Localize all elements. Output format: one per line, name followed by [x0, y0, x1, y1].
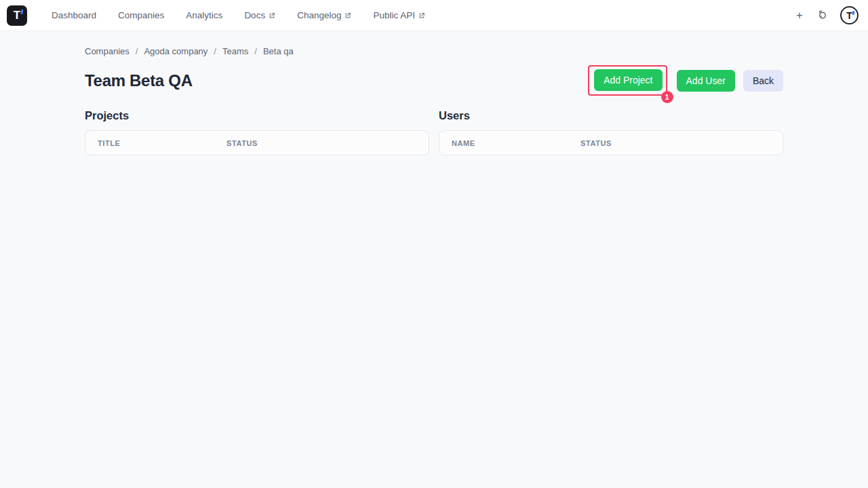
nav-item-docs[interactable]: Docs — [233, 0, 286, 31]
back-button[interactable]: Back — [743, 70, 783, 92]
main-content: Companies / Agoda company / Teams / Beta… — [85, 31, 783, 155]
projects-heading: Projects — [85, 109, 429, 122]
avatar-letter: T — [846, 11, 852, 20]
projects-column-title: Title — [98, 139, 226, 147]
page-header: Team Beta QA Add Project 1 Add User Back — [85, 65, 783, 96]
breadcrumb-agoda-company[interactable]: Agoda company — [144, 46, 208, 56]
nav-item-label: Analytics — [186, 10, 222, 20]
nav-item-label: Changelog — [297, 10, 341, 20]
breadcrumb-separator: / — [254, 46, 257, 56]
projects-section: Projects Title Status — [85, 109, 429, 155]
users-table: Name Status — [439, 130, 783, 155]
app-logo[interactable]: T — [7, 5, 27, 26]
breadcrumb-teams[interactable]: Teams — [222, 46, 248, 56]
users-section: Users Name Status — [439, 109, 783, 155]
header-actions: Add Project 1 Add User Back — [588, 65, 783, 96]
users-heading: Users — [439, 109, 783, 122]
page-title: Team Beta QA — [85, 71, 193, 90]
nav-item-public-api[interactable]: Public API — [362, 0, 436, 31]
breadcrumb-separator: / — [136, 46, 138, 56]
panels-grid: Projects Title Status Users Name Status — [85, 109, 783, 155]
search-button[interactable] — [816, 9, 828, 22]
navbar-right-group: + T — [795, 6, 859, 24]
search-icon — [816, 9, 828, 22]
users-column-name: Name — [452, 139, 580, 147]
top-navbar: T Dashboard Companies Analytics Docs Cha… — [0, 0, 868, 31]
nav-item-dashboard[interactable]: Dashboard — [41, 0, 107, 31]
nav-item-analytics[interactable]: Analytics — [175, 0, 233, 31]
users-column-status: Status — [580, 139, 770, 147]
projects-table: Title Status — [85, 130, 429, 155]
breadcrumb-separator: / — [214, 46, 216, 56]
nav-item-label: Companies — [118, 10, 164, 20]
breadcrumb: Companies / Agoda company / Teams / Beta… — [85, 46, 783, 56]
add-project-button[interactable]: Add Project — [594, 69, 662, 91]
quick-add-button[interactable]: + — [795, 8, 804, 22]
avatar-accent-mark — [852, 11, 854, 15]
external-link-icon — [344, 12, 351, 19]
user-avatar[interactable]: T — [840, 6, 859, 24]
nav-item-companies[interactable]: Companies — [107, 0, 175, 31]
breadcrumb-beta-qa[interactable]: Beta qa — [263, 46, 294, 56]
external-link-icon — [418, 12, 425, 19]
add-user-button[interactable]: Add User — [677, 70, 735, 92]
add-project-annotation-wrapper: Add Project 1 — [588, 65, 667, 96]
nav-item-label: Public API — [373, 10, 415, 20]
logo-accent-mark — [21, 10, 24, 14]
logo-letter: T — [14, 10, 20, 21]
nav-item-changelog[interactable]: Changelog — [286, 0, 362, 31]
breadcrumb-companies[interactable]: Companies — [85, 46, 130, 56]
main-navigation: Dashboard Companies Analytics Docs Chang… — [41, 0, 436, 31]
nav-item-label: Docs — [244, 10, 265, 20]
external-link-icon — [269, 12, 275, 19]
projects-column-status: Status — [226, 139, 416, 147]
nav-item-label: Dashboard — [52, 10, 96, 20]
annotation-step-badge: 1 — [661, 91, 673, 103]
